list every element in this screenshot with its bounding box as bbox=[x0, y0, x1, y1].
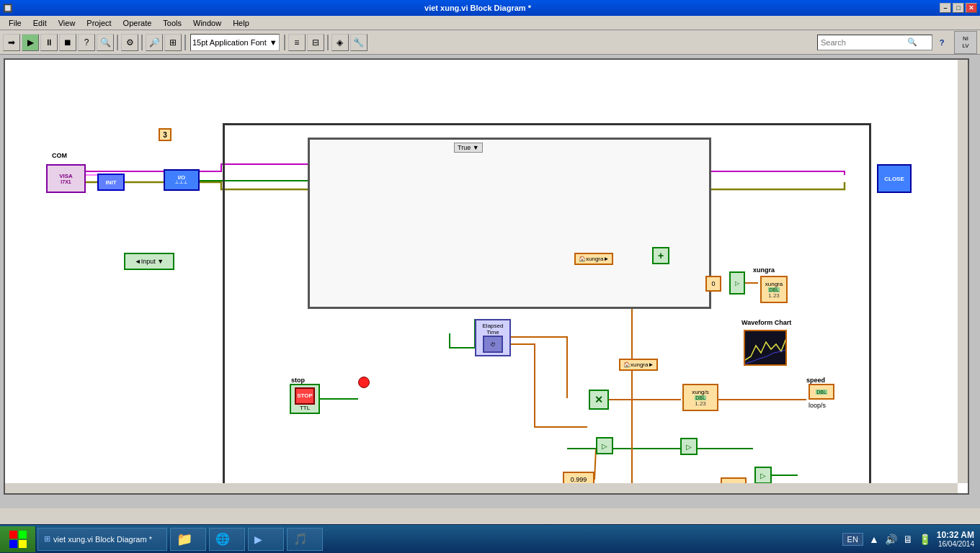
help-button[interactable]: ? bbox=[934, 35, 950, 50]
toolbar-dist-icon[interactable]: ⊟ bbox=[307, 34, 324, 51]
xungs-label: xung/s bbox=[692, 389, 709, 395]
toolbar-sep3 bbox=[184, 35, 186, 50]
elapsed-time-icon: ⏱ bbox=[483, 336, 503, 353]
block-diagram-canvas[interactable]: COM 3 VISA I7X1 INIT I/O ┴┴┴ READ ┴┴┴ CL… bbox=[4, 58, 969, 495]
const-0999-value: 0.999 bbox=[571, 476, 587, 483]
xungs-dbl: DBL bbox=[695, 395, 706, 400]
compare-node2: ▷ bbox=[680, 438, 698, 455]
visa-label: VISA bbox=[59, 173, 73, 179]
music-taskbar-icon: 🎵 bbox=[293, 532, 308, 546]
toolbar-help-icon[interactable]: ? bbox=[78, 34, 95, 51]
labview-taskbar-icon: ⊞ bbox=[44, 534, 50, 544]
toolbar-arrow-icon[interactable]: ➡ bbox=[3, 34, 20, 51]
menu-item-file[interactable]: File bbox=[3, 17, 27, 29]
toolbar-ctrl-icon[interactable]: ⚙ bbox=[121, 34, 138, 51]
select-node: ▷ bbox=[729, 271, 745, 295]
taskbar-item-folder[interactable]: 📁 bbox=[170, 528, 206, 551]
waveform-chart[interactable] bbox=[744, 330, 787, 366]
const-3-block[interactable]: 3 bbox=[159, 128, 172, 141]
stop-ttl-label: TTL bbox=[300, 405, 310, 411]
compare-node3: ▷ bbox=[754, 467, 772, 484]
menu-item-edit[interactable]: Edit bbox=[27, 17, 53, 29]
io-sub: ┴┴┴ bbox=[175, 181, 188, 186]
toolbar-sep5 bbox=[327, 35, 329, 50]
network-icon: 🖥 bbox=[903, 534, 913, 545]
search-input[interactable] bbox=[821, 38, 907, 47]
menu-item-view[interactable]: View bbox=[53, 17, 81, 29]
vertical-scrollbar[interactable] bbox=[958, 60, 968, 483]
io-label: I/O bbox=[178, 174, 186, 181]
case-true-label: True ▼ bbox=[458, 144, 479, 151]
menu-item-window[interactable]: Window bbox=[187, 17, 227, 29]
toolbar-align-icon[interactable]: ≡ bbox=[288, 34, 306, 51]
taskbar-item-chrome[interactable]: 🌐 bbox=[209, 528, 245, 551]
toolbar-zoom-icon[interactable]: 🔎 bbox=[146, 34, 163, 51]
toolbar-run-icon[interactable]: ▶ bbox=[22, 34, 39, 51]
toolbar-pause-icon[interactable]: ⏸ bbox=[40, 34, 58, 51]
taskbar-item-labview2[interactable]: ▶ bbox=[248, 528, 284, 551]
taskbar-item-music[interactable]: 🎵 bbox=[287, 528, 323, 551]
taskbar-right: EN ▲ 🔊 🖥 🔋 10:32 AM 16/04/2014 bbox=[837, 530, 980, 548]
toolbar: ➡ ▶ ⏸ ⏹ ? 🔍 ⚙ 🔎 ⊞ 15pt Application Font … bbox=[0, 30, 980, 55]
taskbar-item-labview[interactable]: ⊞ viet xung.vi Block Diagram * bbox=[37, 528, 167, 551]
xungra-indicator: xungra DBL 1.23 bbox=[760, 276, 788, 303]
close-button[interactable]: ✕ bbox=[966, 3, 977, 13]
init-block[interactable]: INIT bbox=[97, 174, 125, 191]
menu-item-tools[interactable]: Tools bbox=[157, 17, 187, 29]
taskbar-labview-label: viet xung.vi Block Diagram * bbox=[53, 535, 152, 544]
io-block[interactable]: I/O ┴┴┴ bbox=[164, 169, 200, 191]
input-control[interactable]: ◄Input ▼ bbox=[124, 253, 174, 270]
search-box: 🔍 bbox=[817, 35, 932, 50]
case-true-selector[interactable]: True ▼ bbox=[454, 143, 483, 153]
svg-rect-0 bbox=[9, 531, 17, 539]
clock-date: 16/04/2014 bbox=[937, 540, 974, 548]
const-0-value: 0 bbox=[711, 280, 715, 287]
font-selector[interactable]: 15pt Application Font ▼ bbox=[190, 34, 280, 51]
xungra-func-node-mid[interactable]: 🏠 xungra ► bbox=[619, 359, 658, 371]
toolbar-extra-icon[interactable]: ◈ bbox=[331, 34, 349, 51]
stop-trigger-dot bbox=[358, 377, 370, 388]
loopps-label: loop/s bbox=[808, 402, 826, 409]
close-block[interactable]: CLOSE bbox=[877, 164, 912, 193]
elapsed-time-block[interactable]: Elapsed Time ⏱ bbox=[475, 319, 511, 356]
battery-icon: 🔋 bbox=[919, 534, 931, 545]
maximize-button[interactable]: □ bbox=[953, 3, 964, 13]
waveform-chart-label: Waveform Chart bbox=[741, 319, 791, 326]
toolbar-sep4 bbox=[284, 35, 285, 50]
xungra-title-label: xungra bbox=[753, 266, 775, 274]
const-0-block[interactable]: 0 bbox=[705, 276, 721, 292]
horizontal-scrollbar[interactable] bbox=[5, 483, 958, 493]
xungra-arrow-icon: 🏠 bbox=[579, 256, 586, 262]
input-label: ◄Input ▼ bbox=[135, 258, 164, 265]
up-arrow-icon: ▲ bbox=[869, 534, 879, 545]
stop-button-block[interactable]: STOP TTL bbox=[290, 384, 320, 414]
elapsed-time-label: Elapsed Time bbox=[476, 323, 509, 336]
menu-item-project[interactable]: Project bbox=[81, 17, 117, 29]
window-icon: 🔲 bbox=[3, 4, 13, 13]
toolbar-sep1 bbox=[117, 35, 118, 50]
visa-sub: I7X1 bbox=[61, 179, 71, 184]
menu-item-help[interactable]: Help bbox=[227, 17, 255, 29]
menu-item-operate[interactable]: Operate bbox=[117, 17, 158, 29]
xungra-ind-label: xungra bbox=[765, 281, 783, 287]
toolbar-extra2-icon[interactable]: 🔧 bbox=[350, 34, 368, 51]
taskbar: ⊞ viet xung.vi Block Diagram * 📁 🌐 ▶ 🎵 E… bbox=[0, 524, 980, 553]
titlebar-controls: – □ ✕ bbox=[940, 3, 977, 13]
toolbar-search-icon[interactable]: 🔍 bbox=[97, 34, 114, 51]
labview2-taskbar-icon: ▶ bbox=[254, 534, 262, 545]
toolbar-stop-icon[interactable]: ⏹ bbox=[59, 34, 76, 51]
xungra-func-node-top[interactable]: 🏠 xungra ► bbox=[574, 253, 613, 265]
visa-resource-block[interactable]: VISA I7X1 bbox=[46, 164, 86, 193]
toolbar-layout-icon[interactable]: ⊞ bbox=[164, 34, 182, 51]
start-button[interactable] bbox=[0, 526, 36, 552]
chrome-taskbar-icon: 🌐 bbox=[215, 532, 230, 546]
add-node: + bbox=[652, 247, 669, 264]
search-magnifier-icon: 🔍 bbox=[907, 37, 917, 47]
compare-node1: ▷ bbox=[596, 437, 613, 454]
clock: 10:32 AM 16/04/2014 bbox=[937, 530, 974, 548]
speed-indicator: DBL bbox=[808, 384, 834, 400]
case-structure: True ▼ bbox=[308, 138, 711, 309]
minimize-button[interactable]: – bbox=[940, 3, 951, 13]
main-area: COM 3 VISA I7X1 INIT I/O ┴┴┴ READ ┴┴┴ CL… bbox=[0, 55, 980, 508]
com-label: COM bbox=[52, 152, 67, 159]
